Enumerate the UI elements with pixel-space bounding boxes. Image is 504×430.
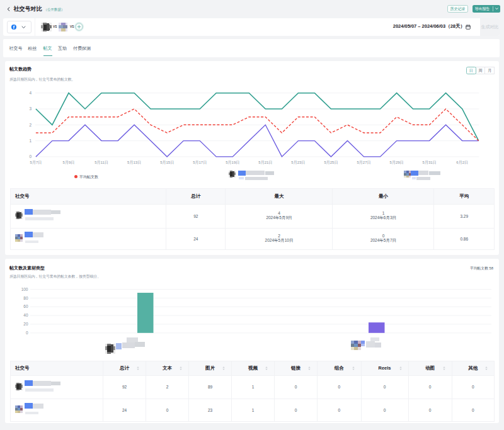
- svg-text:5月25日: 5月25日: [324, 161, 338, 165]
- svg-text:5月23日: 5月23日: [291, 161, 305, 165]
- svg-text:5月15日: 5月15日: [160, 161, 174, 165]
- svg-text:3: 3: [29, 106, 32, 111]
- svg-text:5月9日: 5月9日: [63, 161, 75, 165]
- svg-text:5月21日: 5月21日: [258, 161, 272, 165]
- svg-text:5月17日: 5月17日: [193, 161, 207, 165]
- svg-text:100: 100: [21, 287, 28, 291]
- svg-text:1: 1: [29, 139, 32, 143]
- svg-text:20: 20: [23, 322, 28, 326]
- svg-text:5月27日: 5月27日: [357, 161, 370, 165]
- svg-text:2: 2: [29, 123, 32, 127]
- svg-text:5月7日: 5月7日: [30, 161, 42, 165]
- svg-text:5月29日: 5月29日: [390, 161, 404, 165]
- svg-text:0: 0: [26, 331, 28, 335]
- svg-text:40: 40: [23, 313, 28, 317]
- svg-text:5月31日: 5月31日: [423, 161, 437, 165]
- svg-text:5月11日: 5月11日: [94, 161, 108, 165]
- svg-text:6月2日: 6月2日: [456, 161, 468, 165]
- svg-text:5月19日: 5月19日: [226, 161, 239, 165]
- svg-text:0: 0: [29, 154, 32, 159]
- svg-text:80: 80: [23, 296, 28, 300]
- svg-text:4: 4: [29, 91, 32, 95]
- svg-text:5月13日: 5月13日: [127, 161, 141, 165]
- svg-text:60: 60: [23, 304, 28, 308]
